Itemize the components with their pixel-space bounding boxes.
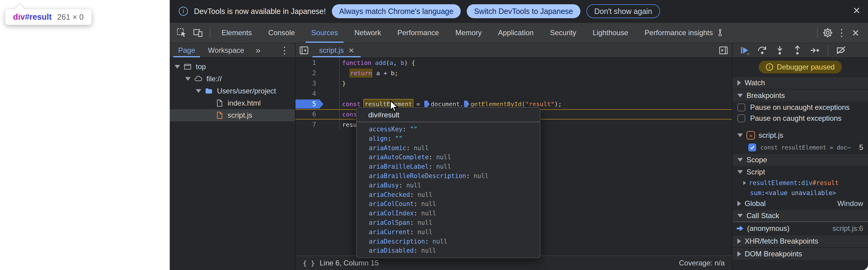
tree-item-users-user-project[interactable]: Users/user/project [170,85,295,97]
deactivate-breakpoints-icon[interactable] [833,44,849,57]
breakpoint-checkbox[interactable] [748,144,756,151]
checkbox[interactable] [737,103,745,111]
step-over-icon[interactable] [754,44,770,57]
popup-property-row: ariaColIndex: null [369,209,540,218]
tab-memory[interactable]: Memory [447,23,490,43]
section-breakpoints[interactable]: Breakpoints [733,89,868,102]
mouse-cursor-icon [388,99,401,113]
tree-item-index-html[interactable]: index.html [170,97,295,109]
device-toolbar-icon[interactable] [191,26,205,40]
line-number[interactable]: 7 [296,121,316,128]
scope-var-resultElement[interactable]: resultElement: div#result [733,178,868,188]
code-text: } [340,80,346,87]
tab-label: Application [498,29,533,37]
tab-workspace[interactable]: Workspace [207,43,246,57]
scope-global-group[interactable]: Global Window [733,198,868,209]
line-number[interactable]: 4 [296,90,316,97]
inline-breakpoint-marker[interactable] [464,101,469,108]
devtools-close-icon[interactable]: × [848,26,863,40]
tab-elements[interactable]: Elements [213,23,260,43]
popup-property-row: ariaColSpan: null [369,218,540,228]
tab-network[interactable]: Network [346,23,389,43]
section-dom-breakpoints[interactable]: DOM Breakpoints [733,247,868,260]
tab-performance[interactable]: Performance [389,23,447,43]
exception-toggle-row[interactable]: Pause on caught exceptions [733,113,868,124]
breakpoint-source-text: const resultElement = doc⋯ [761,144,850,151]
section-call-stack[interactable]: Call Stack [733,209,868,222]
step-out-icon[interactable] [789,44,805,57]
gutter-strip [316,58,340,68]
tree-item-label: top [196,62,206,71]
tab-application[interactable]: Application [490,23,541,43]
gutter-strip [316,68,340,78]
exception-toggle-row[interactable]: Pause on uncaught exceptions [733,102,868,113]
breakpoint-file-group[interactable]: ‹› script.js [733,129,868,141]
tree-item-script-js[interactable]: script.js [170,109,295,121]
tab-label: Memory [456,29,482,37]
collapse-navigator-icon[interactable] [296,43,312,57]
checkbox[interactable] [737,114,745,122]
tab-sources[interactable]: Sources [303,23,346,43]
popup-property-row: ariaChecked: null [369,190,540,200]
cloud-icon [194,74,203,84]
chevron-down-icon[interactable] [185,77,191,81]
chevron-down-icon[interactable] [175,65,180,68]
section-scope[interactable]: Scope [733,153,868,166]
file-tree: topfile://Users/user/projectindex.htmlsc… [170,58,295,121]
more-options-kebab-icon[interactable]: ⋮ [835,26,848,40]
switch-devtools-japanese-button[interactable]: Switch DevTools to Japanese [467,4,580,18]
object-preview-popup[interactable]: div#result accessKey: ""align: ""ariaAto… [356,107,540,258]
tab-security[interactable]: Security [542,23,585,43]
tab-console[interactable]: Console [260,23,303,43]
settings-gear-icon[interactable] [821,26,835,40]
resume-script-icon[interactable] [737,44,752,57]
tab-label: Performance insights [645,29,713,37]
tab-performance-insights[interactable]: Performance insights [637,23,733,43]
call-stack-frame[interactable]: (anonymous) script.js:6 [733,222,868,235]
chevron-down-icon[interactable] [196,89,201,93]
breakpoint-entry[interactable]: const resultElement = doc⋯ 5 [733,141,868,153]
element-inspect-tooltip: div#result 261 × 0 [5,9,92,25]
scope-script-group[interactable]: Script [733,166,868,178]
section-xhr-breakpoints[interactable]: XHR/fetch Breakpoints [733,235,868,247]
script-file-icon: ‹› [746,131,755,140]
inspect-element-icon[interactable] [175,26,188,40]
notification-close-icon[interactable]: × [853,4,860,17]
line-number[interactable]: 5 [296,100,316,108]
section-watch[interactable]: Watch [733,77,868,89]
line-number[interactable]: 2 [296,69,316,77]
tab-lighthouse[interactable]: Lighthouse [584,23,636,43]
tree-item-top[interactable]: top [170,61,295,73]
popup-property-list: accessKey: ""align: ""ariaAtomic: nullar… [357,122,540,256]
line-number[interactable]: 6 [296,111,316,118]
code-line-4: 4 [296,89,732,99]
step-icon[interactable] [807,44,823,57]
tab-close-icon[interactable]: × [348,46,354,55]
frame-icon [183,62,192,71]
tab-page[interactable]: Page [177,43,196,57]
chevron-right-icon [737,238,741,244]
tab-label: Performance [397,29,439,37]
popup-property-row: ariaColCount: null [369,199,540,209]
editor-tab-scriptjs[interactable]: script.js × [312,43,361,57]
notification-bar: i DevTools is now available in Japanese!… [170,0,868,23]
step-into-icon[interactable] [772,44,788,57]
call-stack-location: script.js:6 [833,224,863,233]
popup-property-row: ariaBrailleRoleDescription: null [369,171,540,181]
tab-label: Security [550,29,577,37]
always-match-language-button[interactable]: Always match Chrome's language [332,4,461,18]
pretty-print-icon[interactable]: { } [303,260,315,267]
code-line-3: 3} [296,78,732,89]
collapse-debugger-icon[interactable] [715,43,732,57]
scope-var-sum: sum: <value unavailable> [733,188,868,198]
more-tabs-chevron[interactable]: » [256,43,261,57]
line-number[interactable]: 3 [296,80,316,87]
tab-label: Elements [221,29,252,37]
editor-pane: script.js × 1function add(a, b) {2 retur… [296,43,732,270]
dont-show-again-button[interactable]: Don't show again [586,4,660,18]
tree-item-file-[interactable]: file:// [170,73,295,85]
inline-breakpoint-marker[interactable] [424,101,430,108]
navigator-kebab-icon[interactable]: ⋮ [280,43,295,57]
popup-property-row: accessKey: "" [369,125,540,134]
line-number[interactable]: 1 [296,59,316,66]
